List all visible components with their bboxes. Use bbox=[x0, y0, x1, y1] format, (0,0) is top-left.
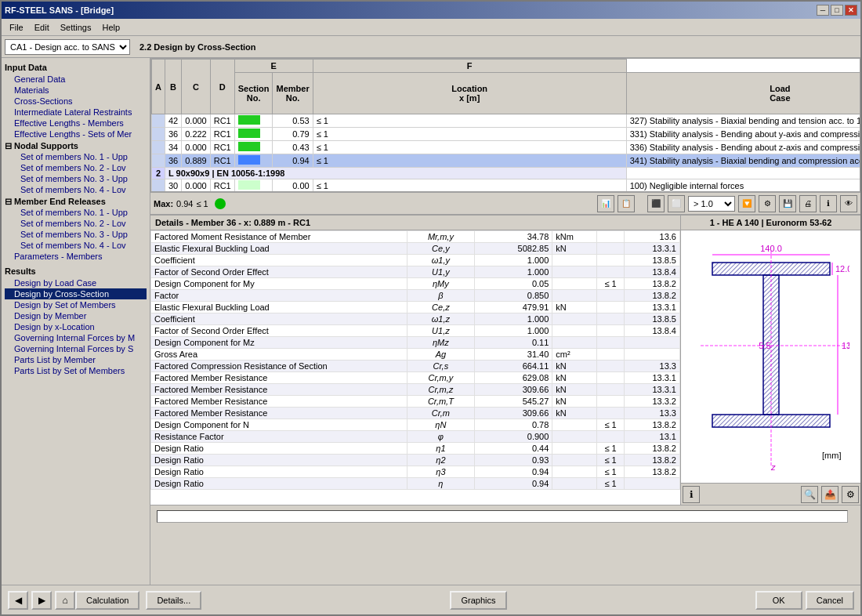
sidebar-item-ns1[interactable]: Set of members No. 1 - Upp bbox=[5, 151, 147, 162]
back-button[interactable]: ◀ bbox=[8, 591, 28, 610]
sidebar-item-design-member[interactable]: Design by Member bbox=[5, 310, 147, 321]
cs-settings-btn[interactable]: ⚙ bbox=[842, 486, 859, 503]
sidebar-item-ns3[interactable]: Set of members No. 3 - Upp bbox=[5, 173, 147, 184]
sidebar-item-mer1[interactable]: Set of members No. 1 - Upp bbox=[5, 207, 147, 218]
detail-symbol: η2 bbox=[407, 455, 474, 466]
details-row[interactable]: Elastic Flexural Buckling Load Ce,z 479.… bbox=[151, 302, 680, 313]
details-row[interactable]: Design Ratio η2 0.93 ≤ 1 13.8.2 bbox=[151, 455, 680, 466]
graphics-button[interactable]: Graphics bbox=[450, 591, 506, 610]
sidebar-item-ns2[interactable]: Set of members No. 2 - Lov bbox=[5, 162, 147, 173]
close-button[interactable]: ✕ bbox=[845, 5, 857, 16]
member-no-cell: 36 bbox=[165, 128, 181, 141]
detail-symbol: η1 bbox=[407, 443, 474, 455]
maximize-button[interactable]: □ bbox=[831, 5, 843, 16]
table-row[interactable]: 2 L 90x90x9 | EN 10056-1:1998 bbox=[152, 168, 861, 179]
window-title: RF-STEEL SANS - [Bridge] bbox=[5, 5, 114, 15]
menu-settings[interactable]: Settings bbox=[56, 21, 96, 34]
home-button[interactable]: ⌂ bbox=[55, 591, 75, 610]
details-row[interactable]: Resistance Factor φ 0.900 13.1 bbox=[151, 431, 680, 443]
sidebar-item-design-load-case[interactable]: Design by Load Case bbox=[5, 277, 147, 288]
minimize-button[interactable]: ─ bbox=[817, 5, 829, 16]
menu-help[interactable]: Help bbox=[97, 21, 125, 34]
table-row[interactable]: 30 0.000 RC1 0.00 ≤ 1 100) Negligible in… bbox=[152, 179, 861, 193]
details-button[interactable]: Details... bbox=[146, 591, 201, 610]
detail-symbol: ηMz bbox=[407, 337, 474, 349]
ratio-filter-dropdown[interactable]: > 1.0 bbox=[688, 196, 735, 212]
details-row[interactable]: Factor of Second Order Effect U1,y 1.000… bbox=[151, 266, 680, 278]
calculation-button[interactable]: Calculation bbox=[75, 591, 139, 610]
table-row[interactable]: 42 0.000 RC1 0.53 ≤ 1 327) Stability ana… bbox=[152, 114, 861, 128]
detail-ref: 13.3.1 bbox=[624, 243, 679, 255]
sidebar-item-ns4[interactable]: Set of members No. 4 - Lov bbox=[5, 184, 147, 195]
details-row[interactable]: Factored Member Resistance Cr,m,y 629.08… bbox=[151, 372, 680, 384]
details-row[interactable]: Factor of Second Order Effect U1,z 1.000… bbox=[151, 325, 680, 337]
detail-ref: 13.3.1 bbox=[624, 302, 679, 313]
sidebar-item-general-data[interactable]: General Data bbox=[5, 74, 147, 85]
details-row[interactable]: Factored Moment Resistance of Member Mr,… bbox=[151, 231, 680, 243]
forward-button[interactable]: ▶ bbox=[31, 591, 52, 610]
design-table: A B C D E F SectionNo. MemberNo. Locatio… bbox=[151, 59, 860, 192]
sidebar-item-parts-list-set[interactable]: Parts List by Set of Members bbox=[5, 365, 147, 376]
cancel-button[interactable]: Cancel bbox=[806, 591, 854, 610]
info-btn[interactable]: ℹ bbox=[820, 195, 837, 212]
sidebar-item-intermediate-restraints[interactable]: Intermediate Lateral Restraints bbox=[5, 107, 147, 118]
details-row[interactable]: Coefficient ω1,z 1.000 13.8.5 bbox=[151, 313, 680, 325]
sidebar-item-design-set-members[interactable]: Design by Set of Members bbox=[5, 299, 147, 310]
details-row[interactable]: Design Component for My ηMy 0.05 ≤ 1 13.… bbox=[151, 278, 680, 290]
details-row[interactable]: Design Ratio η 0.94 ≤ 1 bbox=[151, 478, 680, 490]
details-row[interactable]: Factored Member Resistance Cr,m,z 309.66… bbox=[151, 384, 680, 396]
details-row[interactable]: Elastic Flexural Buckling Load Ce,y 5082… bbox=[151, 243, 680, 255]
view-btn-2[interactable]: 📋 bbox=[618, 195, 635, 212]
sidebar-item-eff-lengths-sets[interactable]: Effective Lengths - Sets of Mer bbox=[5, 129, 147, 140]
details-row[interactable]: Gross Area Ag 31.40 cm² bbox=[151, 349, 680, 361]
details-row[interactable]: Factored Member Resistance Cr,m 309.66 k… bbox=[151, 408, 680, 419]
sidebar-item-parts-list-member[interactable]: Parts List by Member bbox=[5, 354, 147, 365]
sidebar-item-eff-lengths-members[interactable]: Effective Lengths - Members bbox=[5, 118, 147, 129]
design-case-dropdown[interactable]: CA1 - Design acc. to SANS bbox=[5, 39, 130, 55]
ratio-cell: 0.43 bbox=[273, 141, 313, 154]
details-row[interactable]: Coefficient ω1,y 1.000 13.8.5 bbox=[151, 255, 680, 266]
details-row[interactable]: Factored Compression Resistance of Secti… bbox=[151, 361, 680, 372]
table-row[interactable]: 36 0.889 RC1 0.94 ≤ 1 341) Stability ana… bbox=[152, 154, 861, 168]
eye-btn[interactable]: 👁 bbox=[840, 195, 857, 212]
table-row[interactable]: 36 0.222 RC1 0.79 ≤ 1 331) Stability ana… bbox=[152, 128, 861, 141]
detail-le bbox=[597, 396, 624, 408]
details-table-container[interactable]: Factored Moment Resistance of Member Mr,… bbox=[150, 230, 680, 505]
menu-edit[interactable]: Edit bbox=[30, 21, 54, 34]
view-btn-4[interactable]: ⬜ bbox=[668, 195, 685, 212]
print-btn[interactable]: 🖨 bbox=[799, 195, 817, 212]
sidebar-item-gov-internal-m[interactable]: Governing Internal Forces by M bbox=[5, 332, 147, 343]
sidebar-item-gov-internal-s[interactable]: Governing Internal Forces by S bbox=[5, 343, 147, 354]
sidebar-item-materials[interactable]: Materials bbox=[5, 85, 147, 96]
detail-name: Coefficient bbox=[151, 255, 407, 266]
detail-name: Factor bbox=[151, 290, 407, 302]
horizontal-scrollbar[interactable] bbox=[157, 510, 848, 523]
settings-btn[interactable]: ⚙ bbox=[759, 195, 776, 212]
details-row[interactable]: Factored Member Resistance Cr,m,T 545.27… bbox=[151, 396, 680, 408]
sidebar-item-mer4[interactable]: Set of members No. 4 - Lov bbox=[5, 240, 147, 251]
details-row[interactable]: Design Component for N ηN 0.78 ≤ 1 13.8.… bbox=[151, 419, 680, 431]
sidebar-item-mer2[interactable]: Set of members No. 2 - Lov bbox=[5, 218, 147, 229]
sidebar-item-parameters-members[interactable]: Parameters - Members bbox=[5, 251, 147, 262]
details-row[interactable]: Design Component for Mz ηMz 0.11 bbox=[151, 337, 680, 349]
export-btn[interactable]: 💾 bbox=[779, 195, 796, 212]
design-table-container[interactable]: A B C D E F SectionNo. MemberNo. Locatio… bbox=[150, 58, 860, 192]
detail-le: ≤ 1 bbox=[597, 478, 624, 490]
detail-unit bbox=[552, 266, 597, 278]
ok-button[interactable]: OK bbox=[755, 591, 802, 610]
sidebar-item-mer3[interactable]: Set of members No. 3 - Upp bbox=[5, 229, 147, 240]
cs-export-btn[interactable]: 📤 bbox=[821, 486, 838, 503]
sidebar-item-design-cross-section[interactable]: Design by Cross-Section bbox=[5, 288, 147, 299]
sidebar-item-design-x-location[interactable]: Design by x-Location bbox=[5, 321, 147, 332]
table-row[interactable]: 34 0.000 RC1 0.43 ≤ 1 336) Stability ana… bbox=[152, 141, 861, 154]
details-row[interactable]: Factor β 0.850 13.8.2 bbox=[151, 290, 680, 302]
details-row[interactable]: Design Ratio η1 0.44 ≤ 1 13.8.2 bbox=[151, 443, 680, 455]
filter-btn[interactable]: 🔽 bbox=[738, 195, 755, 212]
cs-info-btn[interactable]: ℹ bbox=[683, 486, 700, 503]
view-btn-1[interactable]: 📊 bbox=[597, 195, 614, 212]
sidebar-item-cross-sections[interactable]: Cross-Sections bbox=[5, 96, 147, 107]
view-btn-3[interactable]: ⬛ bbox=[647, 195, 665, 212]
details-row[interactable]: Design Ratio η3 0.94 ≤ 1 13.8.2 bbox=[151, 466, 680, 478]
menu-file[interactable]: File bbox=[5, 21, 28, 34]
cs-zoom-btn[interactable]: 🔍 bbox=[801, 486, 818, 503]
